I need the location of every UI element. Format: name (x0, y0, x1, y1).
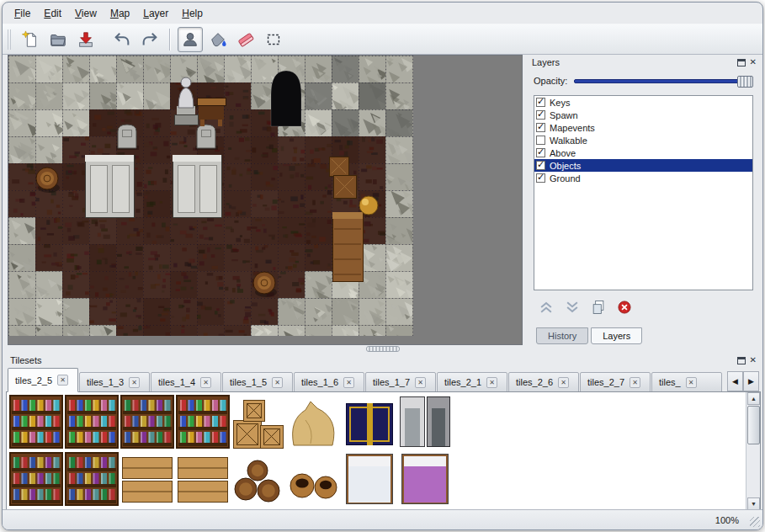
tileset-tab-label: tiles_1_7 (373, 377, 410, 387)
close-tab-icon[interactable]: ✕ (272, 377, 283, 388)
menu-map[interactable]: Map (104, 5, 136, 22)
tileset-tab[interactable]: tiles_2_1 ✕ (437, 372, 507, 392)
tileset-tab-label: tiles_1_5 (230, 377, 267, 387)
tileset-canvas[interactable] (8, 393, 459, 511)
layer-visibility-checkbox[interactable] (536, 98, 545, 107)
tileset-tab-label: tiles_2_5 (15, 375, 52, 386)
tileset-viewport[interactable]: ▲ ▼ (6, 391, 761, 511)
layer-actions (536, 295, 635, 319)
tileset-tab[interactable]: tiles_2_5 ✕ (8, 368, 78, 392)
tab-layers[interactable]: Layers (591, 327, 642, 344)
close-tab-icon[interactable]: ✕ (200, 377, 211, 388)
layer-row[interactable]: Mapevents (534, 121, 752, 134)
new-button[interactable] (18, 27, 43, 52)
tileset-tab[interactable]: tiles_2_7 ✕ (580, 372, 651, 392)
resize-grip[interactable] (750, 517, 760, 527)
layer-visibility-checkbox[interactable] (536, 110, 545, 120)
tileset-tabs: tiles_2_5 ✕ tiles_1_3 ✕ tiles_1_4 ✕ tile… (8, 368, 724, 392)
tileset-tab[interactable]: tiles_1_4 ✕ (151, 372, 221, 392)
tilesets-panel: Tilesets ✕ tiles_2_5 ✕ tiles_1_3 ✕ tiles… (6, 353, 761, 511)
layer-visibility-checkbox[interactable] (536, 148, 545, 157)
eraser-tool-button[interactable] (233, 27, 258, 52)
tileset-tab[interactable]: tiles_ ✕ (651, 372, 722, 392)
close-tab-icon[interactable]: ✕ (558, 377, 569, 388)
opacity-slider[interactable] (574, 79, 753, 83)
close-tab-icon[interactable]: ✕ (630, 377, 640, 388)
tileset-tab-label: tiles_1_6 (301, 377, 338, 387)
tilesets-panel-title: Tilesets (10, 355, 42, 365)
close-tab-icon[interactable]: ✕ (415, 377, 426, 388)
horizontal-splitter[interactable] (3, 345, 762, 353)
close-tab-icon[interactable]: ✕ (486, 377, 497, 388)
layer-visibility-checkbox[interactable] (536, 136, 545, 145)
menu-edit[interactable]: Edit (37, 5, 68, 22)
scroll-tabs-right-button[interactable]: ▶ (743, 371, 759, 391)
layer-row[interactable]: Spawn (534, 109, 752, 121)
tileset-scrollbar[interactable]: ▲ ▼ (746, 392, 760, 510)
new-file-icon (21, 30, 40, 49)
close-tab-icon[interactable]: ✕ (129, 377, 140, 388)
redo-button[interactable] (137, 27, 162, 52)
eraser-tool-icon (236, 30, 255, 49)
menu-layer[interactable]: Layer (136, 5, 175, 22)
duplicate-layer-button[interactable] (588, 297, 608, 317)
opacity-slider-handle[interactable] (737, 76, 753, 88)
layer-row[interactable]: Above (534, 146, 752, 159)
tilesets-panel-header: Tilesets ✕ (6, 353, 761, 368)
status-bar: 100% (3, 509, 762, 529)
layer-row[interactable]: Walkable (534, 134, 752, 146)
toolbar-drag-handle[interactable] (8, 29, 13, 50)
splitter-grip[interactable] (366, 346, 400, 352)
raise-layer-button[interactable] (536, 297, 556, 317)
layer-visibility-checkbox[interactable] (536, 161, 545, 170)
fill-tool-button[interactable] (205, 27, 231, 52)
open-folder-icon (49, 30, 67, 49)
delete-layer-button[interactable] (614, 297, 635, 317)
layer-visibility-checkbox[interactable] (536, 123, 545, 132)
menu-view[interactable]: View (68, 5, 104, 22)
close-panel-icon[interactable]: ✕ (750, 356, 757, 364)
tileset-tab-label: tiles_2_1 (444, 377, 481, 387)
float-panel-icon[interactable] (737, 59, 746, 66)
layer-row[interactable]: Objects (534, 159, 752, 172)
scroll-down-icon[interactable]: ▼ (747, 497, 760, 510)
delete-layer-icon (616, 299, 633, 316)
tileset-tab[interactable]: tiles_1_7 ✕ (365, 372, 436, 392)
layer-visibility-checkbox[interactable] (536, 173, 545, 183)
zoom-level: 100% (715, 515, 739, 525)
close-tab-icon[interactable]: ✕ (686, 377, 697, 388)
menu-file[interactable]: File (8, 5, 37, 22)
save-button[interactable] (73, 27, 98, 52)
tileset-tab[interactable]: tiles_1_5 ✕ (222, 372, 293, 392)
scrollbar-thumb[interactable] (747, 406, 760, 444)
layer-name: Mapevents (550, 123, 595, 133)
close-panel-icon[interactable]: ✕ (750, 58, 757, 66)
tileset-tab[interactable]: tiles_1_6 ✕ (294, 372, 364, 392)
layer-name: Keys (550, 98, 570, 108)
scroll-tabs-left-button[interactable]: ◀ (727, 371, 743, 391)
close-tab-icon[interactable]: ✕ (57, 375, 68, 386)
map-viewport[interactable] (8, 55, 523, 345)
layer-name: Ground (550, 173, 581, 184)
undo-button[interactable] (109, 27, 135, 52)
tileset-tab[interactable]: tiles_1_3 ✕ (79, 372, 150, 392)
stamp-tool-icon (181, 30, 199, 49)
app-window: File Edit View Map Layer Help (2, 2, 763, 530)
lower-layer-button[interactable] (562, 297, 582, 317)
fill-tool-icon (209, 30, 227, 49)
open-button[interactable] (45, 27, 71, 52)
opacity-label: Opacity: (534, 76, 567, 86)
tab-history[interactable]: History (536, 327, 588, 344)
layer-row[interactable]: Ground (534, 172, 752, 184)
stamp-tool-button[interactable] (178, 27, 203, 52)
scroll-up-icon[interactable]: ▲ (747, 392, 760, 405)
tileset-tab[interactable]: tiles_2_6 ✕ (508, 372, 579, 392)
dock-tab-bar: History Layers (536, 327, 645, 344)
layer-name: Objects (550, 161, 581, 171)
selection-tool-button[interactable] (261, 27, 286, 52)
close-tab-icon[interactable]: ✕ (343, 377, 354, 388)
layer-row[interactable]: Keys (534, 96, 752, 109)
menu-help[interactable]: Help (175, 5, 210, 22)
float-panel-icon[interactable] (737, 357, 746, 364)
map-canvas[interactable] (8, 56, 413, 336)
